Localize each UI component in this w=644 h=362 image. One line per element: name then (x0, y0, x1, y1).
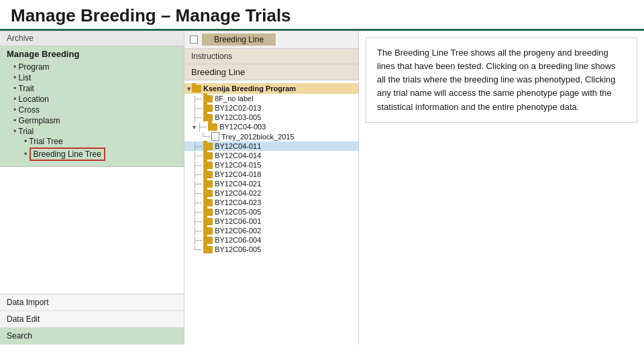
expand-icon: ▾ (187, 85, 191, 93)
tree-item-label: BY12C04-014 (215, 152, 261, 160)
sidebar-item-location[interactable]: Location (13, 94, 177, 105)
expand-icon: ▾ (193, 123, 196, 131)
tree-connector: ├─ (193, 180, 202, 188)
tree-item-label: BY12C03-005 (215, 113, 261, 121)
tree-item-label: BY12C06-005 (215, 245, 261, 253)
sidebar: Archive Manage Breeding Program List Tra… (0, 31, 184, 345)
tree-item[interactable]: ├─ BY12C04-015 (184, 160, 358, 170)
tree-connector: ├─ (193, 105, 202, 112)
folder-icon (203, 190, 213, 197)
tree-item[interactable]: ├─ BY12C06-001 (184, 217, 358, 226)
tree-item-label: BY12C05-005 (215, 208, 261, 216)
tree-item[interactable]: ├─ BY12C03-005 (184, 113, 358, 122)
folder-icon (208, 123, 217, 131)
sidebar-bottom: Data Import Data Edit Search (0, 294, 184, 345)
tree-connector: ├─ (193, 143, 202, 150)
trial-sub-list: Trial Tree Breeding Line Tree (13, 136, 177, 162)
tree-connector: ├─ (193, 218, 202, 225)
folder-icon (203, 208, 213, 216)
page-title: Manage Breeding – Manage Trials (11, 5, 633, 26)
breeding-line-header: Breeding Line (184, 64, 358, 80)
manage-breeding-title: Manage Breeding (7, 49, 177, 59)
folder-icon (203, 105, 213, 112)
tree-connector: ├─ (193, 152, 202, 160)
tree-item-label: BY12C04-023 (215, 198, 261, 206)
tree-connector: ├─ (193, 237, 202, 244)
tree-item[interactable]: ├─ BY12C04-023 (184, 198, 358, 207)
sidebar-item-list[interactable]: List (13, 72, 177, 83)
sidebar-item-trial-tree[interactable]: Trial Tree (24, 136, 177, 147)
sidebar-manage-breeding-section: Manage Breeding Program List Trait Locat… (0, 46, 184, 167)
tree-connector: ├─ (193, 208, 202, 216)
sidebar-item-data-import[interactable]: Data Import (0, 294, 184, 311)
tree-item-label: BY12C06-001 (215, 217, 261, 225)
tree-item[interactable]: └─ BY12C06-005 (184, 245, 358, 254)
folder-icon (203, 162, 213, 169)
folder-icon (203, 246, 213, 253)
tree-item-label: BY12C04-021 (215, 180, 261, 188)
folder-icon (203, 199, 213, 206)
tree-connector: ├─ (193, 114, 202, 121)
sidebar-item-germplasm[interactable]: Germplasm (13, 115, 177, 126)
info-text: The Breeding Line Tree shows all the pro… (377, 46, 626, 114)
folder-icon (203, 114, 213, 121)
sidebar-item-cross[interactable]: Cross (13, 105, 177, 115)
tree-item[interactable]: └─ Trey_2012block_2015 (184, 131, 358, 141)
tree-item[interactable]: ├─ BY12C04-018 (184, 170, 358, 179)
tree-panel-tab: Breeding Line (184, 31, 358, 49)
tree-item[interactable]: ├─ BY12C06-002 (184, 226, 358, 235)
tree-item-label: BY12C04-011 (215, 142, 261, 150)
folder-icon (192, 85, 201, 93)
tree-item-label: BY12C04-018 (215, 170, 261, 178)
tree-item-label: BY12C04-015 (215, 161, 261, 169)
tree-item[interactable]: ├─ BY12C04-021 (184, 179, 358, 188)
tree-item-label: BY12C04-003 (219, 123, 266, 131)
doc-icon (211, 132, 219, 141)
sidebar-item-data-edit[interactable]: Data Edit (0, 311, 184, 328)
folder-icon (203, 95, 213, 103)
sidebar-menu-list: Program List Trait Location Cross Germpl… (7, 62, 177, 162)
page-header: Manage Breeding – Manage Trials (0, 0, 644, 31)
tree-item-label: Ksenija Breeding Program (203, 84, 296, 93)
tree-item[interactable]: ├─ BY12C04-022 (184, 188, 358, 198)
folder-icon (203, 152, 213, 160)
tree-item[interactable]: ├─ BY12C02-013 (184, 103, 358, 113)
sidebar-item-program[interactable]: Program (13, 62, 177, 72)
sidebar-item-trial[interactable]: Trial Trial Tree Breeding Line Tree (13, 126, 177, 162)
info-panel: The Breeding Line Tree shows all the pro… (366, 38, 637, 123)
folder-icon (203, 180, 213, 188)
sidebar-item-breeding-line-tree[interactable]: Breeding Line Tree (24, 147, 177, 162)
tree-item[interactable]: ▾ ├─ BY12C04-003 (184, 122, 358, 131)
tree-item[interactable]: ├─ BY12C04-014 (184, 151, 358, 160)
tree-item-label: BY12C04-022 (215, 189, 261, 197)
tree-connector: ├─ (193, 190, 202, 197)
folder-icon (203, 218, 213, 225)
content-area: Breeding Line Instructions Breeding Line… (184, 31, 644, 345)
tree-item[interactable]: ├─ 8F_no label (184, 94, 358, 103)
tree-content[interactable]: ▾ Ksenija Breeding Program ├─ 8F_no labe… (184, 80, 358, 345)
folder-icon (203, 227, 213, 235)
tree-connector: ├─ (193, 227, 202, 235)
tree-connector: └─ (193, 246, 202, 253)
tree-item-root[interactable]: ▾ Ksenija Breeding Program (184, 83, 358, 94)
tree-item[interactable]: ├─ BY12C05-005 (184, 207, 358, 217)
sidebar-archive-label: Archive (0, 31, 184, 46)
breeding-line-tree-highlight: Breeding Line Tree (30, 147, 105, 161)
folder-icon (203, 237, 213, 244)
sidebar-item-trait[interactable]: Trait (13, 83, 177, 94)
tab-checkbox[interactable] (190, 36, 198, 44)
tree-connector: ├─ (193, 199, 202, 206)
tree-connector: ├─ (197, 123, 207, 131)
main-layout: Archive Manage Breeding Program List Tra… (0, 31, 644, 345)
tree-item-label: BY12C06-004 (215, 236, 261, 244)
tree-connector: ├─ (193, 95, 202, 103)
tree-item-label: 8F_no label (215, 95, 254, 103)
tree-item[interactable]: ├─ BY12C06-004 (184, 235, 358, 245)
tree-connector: ├─ (193, 171, 202, 178)
tree-panel: Breeding Line Instructions Breeding Line… (184, 31, 359, 345)
tab-label[interactable]: Breeding Line (202, 34, 276, 46)
folder-icon (203, 171, 213, 178)
tree-item-highlighted[interactable]: ├─ BY12C04-011 (184, 141, 358, 151)
sidebar-item-search[interactable]: Search (0, 328, 184, 345)
tree-item-label: Trey_2012block_2015 (221, 133, 294, 141)
